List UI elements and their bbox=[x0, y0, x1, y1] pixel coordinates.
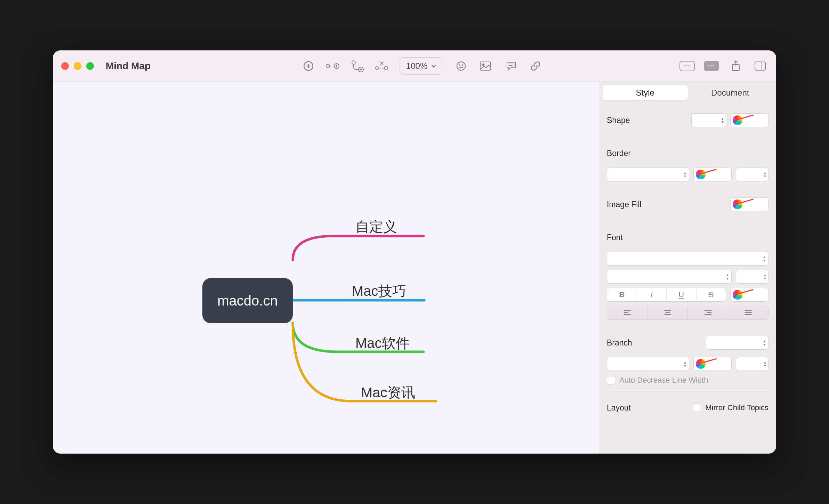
fullscreen-window-button[interactable] bbox=[86, 62, 94, 70]
main-area: macdo.cn 自定义 Mac技巧 Mac软件 Mac资讯 Style bbox=[53, 82, 776, 454]
image-fill-color-picker[interactable] bbox=[730, 197, 768, 211]
toggle-sidebar-icon[interactable] bbox=[752, 58, 768, 74]
add-child-icon[interactable] bbox=[349, 58, 365, 74]
align-left-button[interactable] bbox=[607, 306, 647, 319]
border-style-dropdown[interactable]: ▴▾ bbox=[607, 168, 689, 181]
image-fill-label: Image Fill bbox=[607, 200, 642, 209]
bold-button[interactable]: B bbox=[607, 288, 637, 301]
zoom-value: 100% bbox=[406, 61, 427, 71]
mindmap-branch-node[interactable]: Mac软件 bbox=[355, 334, 410, 353]
italic-button[interactable]: I bbox=[637, 288, 667, 301]
mindmap-branch-label: Mac资讯 bbox=[361, 385, 415, 400]
branch-width-stepper[interactable]: ▴▾ bbox=[736, 357, 768, 371]
image-icon[interactable] bbox=[478, 58, 493, 74]
svg-point-18 bbox=[457, 62, 465, 70]
share-icon[interactable] bbox=[728, 58, 743, 74]
mindmap-branch-node[interactable]: Mac技巧 bbox=[352, 282, 406, 301]
align-right-button[interactable] bbox=[688, 306, 728, 319]
branch-color-picker[interactable] bbox=[693, 357, 732, 371]
toolbar-right: ••• ••• bbox=[679, 58, 768, 74]
add-sibling-icon[interactable] bbox=[325, 58, 340, 74]
mindmap-branch-node[interactable]: Mac资讯 bbox=[361, 383, 415, 402]
close-window-button[interactable] bbox=[61, 62, 69, 70]
mindmap-root-label: macdo.cn bbox=[217, 293, 277, 309]
placeholder-outline-icon[interactable]: ••• bbox=[679, 61, 695, 71]
layout-label: Layout bbox=[607, 403, 631, 413]
font-label: Font bbox=[607, 233, 623, 242]
auto-decrease-checkbox[interactable] bbox=[607, 376, 615, 384]
branch-line-dropdown[interactable]: ▴▾ bbox=[607, 357, 689, 371]
titlebar: Mind Map 100% bbox=[53, 50, 776, 82]
mindmap-root-node[interactable]: macdo.cn bbox=[202, 278, 293, 323]
svg-rect-27 bbox=[755, 62, 765, 70]
branch-label: Branch bbox=[607, 338, 632, 348]
svg-point-19 bbox=[459, 65, 460, 65]
align-center-button[interactable] bbox=[647, 306, 688, 319]
shape-dropdown[interactable]: ▴▾ bbox=[691, 113, 726, 127]
toolbar-center: 100% bbox=[169, 57, 675, 75]
inspector-content: Shape ▴▾ Border bbox=[599, 104, 776, 454]
shape-color-picker[interactable] bbox=[730, 113, 768, 127]
tab-document[interactable]: Document bbox=[688, 85, 773, 100]
inspector-sidebar: Style Document Shape ▴▾ bbox=[599, 82, 776, 454]
border-color-picker[interactable] bbox=[693, 168, 732, 181]
mindmap-canvas[interactable]: macdo.cn 自定义 Mac技巧 Mac软件 Mac资讯 bbox=[53, 82, 599, 454]
auto-decrease-label: Auto Decrease Line Width bbox=[619, 376, 708, 385]
inspector-tabs: Style Document bbox=[599, 82, 776, 104]
link-icon[interactable] bbox=[528, 58, 543, 74]
app-title: Mind Map bbox=[106, 60, 151, 72]
underline-button[interactable]: U bbox=[667, 288, 697, 301]
mindmap-branch-label: 自定义 bbox=[355, 219, 397, 234]
font-color-picker[interactable] bbox=[730, 288, 768, 302]
border-width-stepper[interactable]: ▴▾ bbox=[736, 168, 768, 181]
app-window: Mind Map 100% bbox=[53, 50, 776, 454]
emoji-icon[interactable] bbox=[453, 58, 469, 74]
note-icon[interactable] bbox=[504, 58, 519, 74]
disconnect-icon[interactable] bbox=[374, 58, 389, 74]
minimize-window-button[interactable] bbox=[74, 62, 81, 70]
mindmap-branch-label: Mac软件 bbox=[355, 335, 410, 351]
mindmap-branch-label: Mac技巧 bbox=[352, 283, 406, 299]
font-family-dropdown[interactable]: ▴▾ bbox=[607, 252, 768, 266]
svg-point-20 bbox=[462, 65, 463, 65]
strikethrough-button[interactable]: S bbox=[697, 288, 726, 301]
placeholder-filled-icon[interactable]: ••• bbox=[704, 61, 719, 71]
svg-point-3 bbox=[326, 64, 330, 68]
font-size-stepper[interactable]: ▴▾ bbox=[736, 270, 768, 284]
shape-label: Shape bbox=[607, 116, 630, 125]
add-topic-icon[interactable] bbox=[301, 58, 316, 74]
border-label: Border bbox=[607, 149, 631, 158]
svg-point-15 bbox=[384, 66, 388, 70]
tab-style[interactable]: Style bbox=[603, 85, 688, 100]
svg-point-22 bbox=[483, 64, 484, 65]
zoom-dropdown[interactable]: 100% bbox=[400, 57, 443, 75]
traffic-lights bbox=[61, 62, 94, 70]
align-justify-button[interactable] bbox=[728, 306, 768, 319]
font-weight-dropdown[interactable]: ▴▾ bbox=[607, 270, 732, 284]
mindmap-branch-node[interactable]: 自定义 bbox=[355, 217, 397, 236]
branch-style-dropdown[interactable]: ▴▾ bbox=[706, 336, 768, 350]
svg-point-12 bbox=[376, 67, 378, 70]
mirror-label: Mirror Child Topics bbox=[705, 403, 768, 412]
svg-point-8 bbox=[352, 61, 355, 64]
mirror-checkbox[interactable] bbox=[693, 404, 701, 412]
